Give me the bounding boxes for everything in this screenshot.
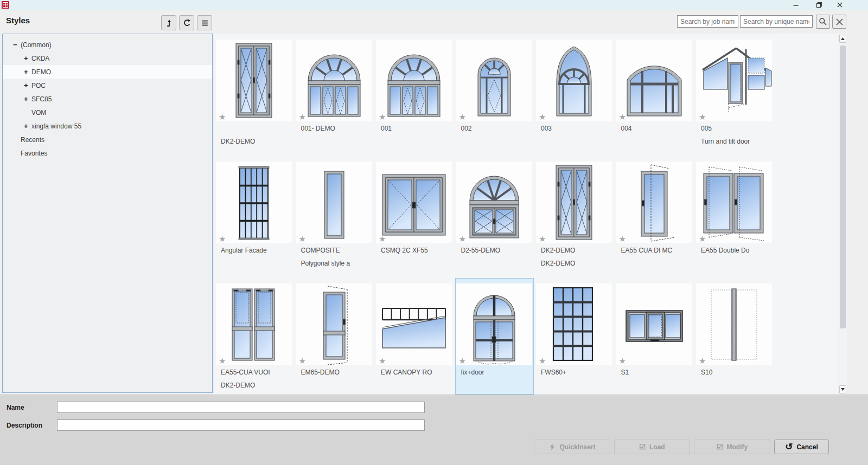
move-up-icon xyxy=(165,19,173,27)
style-description xyxy=(381,137,452,146)
style-tile-001[interactable]: ★ 001 xyxy=(375,34,454,151)
name-label: Name xyxy=(7,404,24,411)
restore-icon xyxy=(816,2,822,8)
move-up-button[interactable] xyxy=(161,15,176,30)
style-tile-angular-facade[interactable]: ★ Angular Facade xyxy=(215,156,293,273)
tree-item-sfc85[interactable]: + SFC85 xyxy=(3,92,212,106)
style-tile-dk2-demo[interactable]: ★ DK2-DEMO DK2-DEMO xyxy=(535,156,614,273)
style-tile-d2-55-demo[interactable]: ★ D2-55-DEMO xyxy=(455,156,534,273)
style-tile-003[interactable]: ★ 003 xyxy=(535,34,614,151)
style-tile-s10[interactable]: ★ S10 xyxy=(695,278,774,395)
style-name: 003 xyxy=(541,124,612,133)
search-job-input[interactable] xyxy=(677,15,738,28)
favorite-star-icon[interactable]: ★ xyxy=(539,235,546,243)
favorite-star-icon[interactable]: ★ xyxy=(699,357,706,365)
style-thumbnail: ★ xyxy=(696,162,772,243)
style-name: EW CANOPY RO xyxy=(381,368,452,377)
refresh-button[interactable] xyxy=(179,15,194,30)
style-name: CSMQ 2C XF55 xyxy=(381,246,452,255)
tree-item-favorites[interactable]: Favorites xyxy=(3,146,212,160)
style-tile-ea55-cua-di-mc[interactable]: ★ EA55 CUA DI MC xyxy=(615,156,694,273)
tree-item-label: Favorites xyxy=(21,150,47,157)
search-button[interactable] xyxy=(816,15,830,29)
grid-scrollbar[interactable] xyxy=(839,34,847,395)
favorite-star-icon[interactable]: ★ xyxy=(379,113,386,121)
check-box-icon: ☑ xyxy=(639,443,646,450)
favorite-star-icon[interactable]: ★ xyxy=(379,357,386,365)
style-tile-fix-door[interactable]: ★ fix+door xyxy=(455,278,534,395)
favorite-star-icon[interactable]: ★ xyxy=(459,113,466,121)
favorite-star-icon[interactable]: ★ xyxy=(299,357,306,365)
tree-item-demo[interactable]: + DEMO xyxy=(3,65,212,79)
cancel-button[interactable]: ↺ Cancel xyxy=(774,440,829,454)
description-input[interactable] xyxy=(57,419,425,431)
style-thumbnail: ★ xyxy=(296,283,372,365)
menu-icon xyxy=(201,19,209,27)
minimize-button[interactable] xyxy=(788,0,804,10)
clear-search-button[interactable] xyxy=(832,15,846,29)
arrow-up-icon xyxy=(841,37,845,40)
close-button[interactable] xyxy=(832,0,848,10)
tree-item-ckda[interactable]: + CKDA xyxy=(3,51,212,65)
tree-item-recents[interactable]: Recents xyxy=(3,133,212,146)
style-tile-dk2-demo[interactable]: ★ DK2-DEMO xyxy=(215,34,293,151)
favorite-star-icon[interactable]: ★ xyxy=(299,235,306,243)
style-tile-004[interactable]: ★ 004 xyxy=(615,34,694,151)
undo-arrow-icon: ↺ xyxy=(785,442,793,451)
favorite-star-icon[interactable]: ★ xyxy=(459,235,466,243)
style-tile-002[interactable]: ★ 002 xyxy=(455,34,534,151)
favorite-star-icon[interactable]: ★ xyxy=(619,235,626,243)
style-tile-ea55-double-do[interactable]: ★ EA55 Double Do xyxy=(695,156,774,273)
favorite-star-icon[interactable]: ★ xyxy=(219,235,226,243)
style-description xyxy=(621,137,692,146)
style-description xyxy=(621,259,692,268)
expand-icon[interactable]: + xyxy=(24,122,31,130)
favorite-star-icon[interactable]: ★ xyxy=(619,357,626,365)
favorite-star-icon[interactable]: ★ xyxy=(699,235,706,243)
search-unique-input[interactable] xyxy=(740,15,813,28)
collapse-icon[interactable]: − xyxy=(13,41,21,49)
favorite-star-icon[interactable]: ★ xyxy=(699,113,706,121)
style-tile-fws60[interactable]: ★ FWS60+ xyxy=(535,278,614,395)
scroll-up-button[interactable] xyxy=(839,35,846,43)
favorite-star-icon[interactable]: ★ xyxy=(619,113,626,121)
favorite-star-icon[interactable]: ★ xyxy=(219,113,226,121)
load-button[interactable]: ☑ Load xyxy=(614,440,690,454)
style-thumbnail: ★ xyxy=(536,40,612,121)
expand-icon[interactable]: + xyxy=(24,68,31,76)
style-tile-composite[interactable]: ★ COMPOSITE Polygonal style a xyxy=(295,156,374,273)
favorite-star-icon[interactable]: ★ xyxy=(379,235,386,243)
expand-icon[interactable]: + xyxy=(24,54,31,62)
tree-item-label: Recents xyxy=(21,136,44,144)
style-tile-ea55-cua-vuoi[interactable]: ★ EA55-CUA VUOI DK2-DEMO xyxy=(215,278,293,395)
expand-icon[interactable]: + xyxy=(24,95,31,103)
modify-button[interactable]: ☑ Modify xyxy=(694,440,770,454)
style-tile-csmq-2c-xf55[interactable]: ★ CSMQ 2C XF55 xyxy=(375,156,454,273)
style-tile-s1[interactable]: ★ S1 xyxy=(615,278,694,395)
favorite-star-icon[interactable]: ★ xyxy=(539,113,546,121)
tree-item-xingfa-window-55[interactable]: + xingfa window 55 xyxy=(3,119,212,133)
favorite-star-icon[interactable]: ★ xyxy=(299,113,306,121)
style-tile-em65-demo[interactable]: ★ EM65-DEMO xyxy=(295,278,374,395)
restore-button[interactable] xyxy=(811,0,827,10)
style-thumbnail: ★ xyxy=(456,162,532,243)
app-icon xyxy=(2,1,9,9)
quickinsert-button[interactable]: QuickInsert xyxy=(534,440,610,454)
style-tile-005[interactable]: ★ 005 Turn and tilt door xyxy=(695,34,774,151)
name-input[interactable] xyxy=(57,402,425,413)
style-thumbnail: ★ xyxy=(376,40,452,121)
tree-item-poc[interactable]: + POC xyxy=(3,79,212,92)
tree-item-vom[interactable]: VOM xyxy=(3,106,212,119)
style-name: 005 xyxy=(701,124,772,133)
menu-button[interactable] xyxy=(197,15,212,30)
expand-icon[interactable]: + xyxy=(24,81,31,89)
favorite-star-icon[interactable]: ★ xyxy=(459,357,466,365)
style-tile-001-demo[interactable]: ★ 001- DEMO xyxy=(295,34,374,151)
scrollbar-thumb[interactable] xyxy=(840,46,846,328)
favorite-star-icon[interactable]: ★ xyxy=(539,357,546,365)
favorite-star-icon[interactable]: ★ xyxy=(219,357,226,365)
style-thumbnail: ★ xyxy=(296,40,372,121)
tree-item-common[interactable]: − (Common) xyxy=(3,38,212,51)
scroll-down-button[interactable] xyxy=(839,385,846,393)
style-tile-ew-canopy-ro[interactable]: ★ EW CANOPY RO xyxy=(375,278,454,395)
